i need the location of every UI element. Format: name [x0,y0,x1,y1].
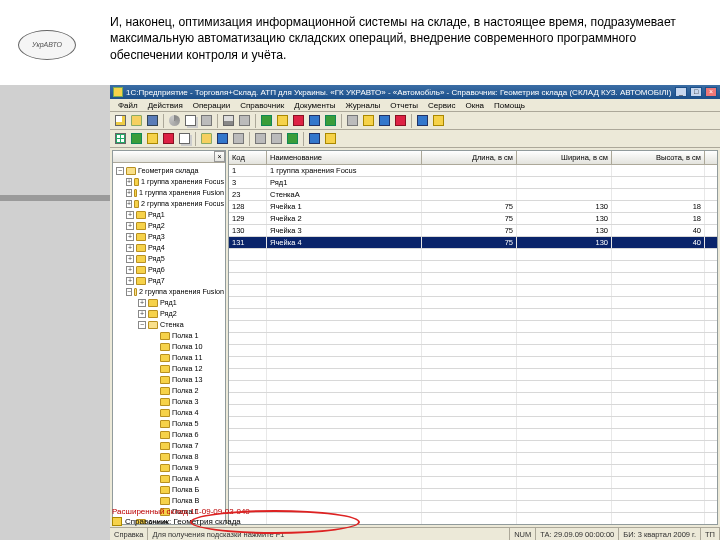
folder-icon[interactable] [199,131,214,146]
grid-body[interactable]: 11 группа хранения Focus3Ряд123СтенкаА12… [229,165,717,524]
tree-node[interactable]: Полка 2 [114,385,224,396]
table-row-empty[interactable] [229,489,717,501]
tree-node[interactable]: Полка 8 [114,451,224,462]
column-header[interactable]: Длина, в см [422,151,517,164]
menu-item[interactable]: Действия [143,99,188,111]
tree-node[interactable]: +Ряд1 [114,209,224,220]
open-icon[interactable] [129,113,144,128]
add-icon[interactable] [129,131,144,146]
table-row-empty[interactable] [229,297,717,309]
action-icon[interactable] [377,113,392,128]
action-icon[interactable] [291,113,306,128]
table-row-empty[interactable] [229,513,717,524]
tree-node[interactable]: Полка Б [114,484,224,495]
table-row-empty[interactable] [229,405,717,417]
refresh-icon[interactable] [285,131,300,146]
table-row-empty[interactable] [229,393,717,405]
table-row-empty[interactable] [229,309,717,321]
new-icon[interactable] [113,113,128,128]
menu-item[interactable]: Помощь [489,99,530,111]
tree-node[interactable]: Полка 6 [114,429,224,440]
copy-icon[interactable] [183,113,198,128]
action-icon[interactable] [259,113,274,128]
table-row[interactable]: 130Ячейка 37513040 [229,225,717,237]
menu-item[interactable]: Операции [188,99,235,111]
table-row-empty[interactable] [229,453,717,465]
table-row-empty[interactable] [229,345,717,357]
tree-node[interactable]: Полка А [114,473,224,484]
cut-icon[interactable] [167,113,182,128]
tree-close-icon[interactable]: × [214,151,225,162]
help-icon[interactable] [415,113,430,128]
paste-icon[interactable] [199,113,214,128]
table-row-empty[interactable] [229,321,717,333]
tree-node[interactable]: +Ряд7 [114,275,224,286]
menu-item[interactable]: Журналы [340,99,385,111]
tree-node[interactable]: −Геометрия склада [114,165,224,176]
table-row-empty[interactable] [229,441,717,453]
close-button[interactable]: × [705,87,717,97]
menu-item[interactable]: Сервис [423,99,460,111]
action-icon[interactable] [307,113,322,128]
tree-node[interactable]: Полка 4 [114,407,224,418]
info-icon[interactable] [307,131,322,146]
column-header[interactable]: Ширина, в см [517,151,612,164]
table-row-empty[interactable] [229,285,717,297]
tree-node[interactable]: +1 группа хранения Fusion [114,187,224,198]
tree-node[interactable]: Полка В [114,495,224,506]
table-row[interactable]: 3Ряд1 [229,177,717,189]
tree-node[interactable]: Полка 9 [114,462,224,473]
minimize-button[interactable]: _ [675,87,687,97]
delete-icon[interactable] [161,131,176,146]
table-row[interactable]: 131Ячейка 47513040 [229,237,717,249]
help2-icon[interactable] [323,131,338,146]
tree-node[interactable]: +Ряд2 [114,308,224,319]
tree-node[interactable]: +Ряд2 [114,220,224,231]
table-row-empty[interactable] [229,369,717,381]
menu-item[interactable]: Документы [289,99,340,111]
save-icon[interactable] [145,113,160,128]
tree-node[interactable]: Полка 7 [114,440,224,451]
doc-tab-label[interactable]: Справочник: Геометрия склада [125,517,241,526]
table-row[interactable]: 129Ячейка 27513018 [229,213,717,225]
column-header[interactable]: Наименование [267,151,422,164]
tree-node[interactable]: Полка 12 [114,363,224,374]
table-row-empty[interactable] [229,477,717,489]
table-row-empty[interactable] [229,249,717,261]
action-icon[interactable] [345,113,360,128]
tree-node[interactable]: +Ряд4 [114,242,224,253]
table-row[interactable]: 128Ячейка 17513018 [229,201,717,213]
menu-item[interactable]: Файл [113,99,143,111]
tree-node[interactable]: Полка 3 [114,396,224,407]
print-icon[interactable] [221,113,236,128]
table-row-empty[interactable] [229,429,717,441]
tree-node[interactable]: −2 группа хранения Fusion [114,286,224,297]
menu-item[interactable]: Окна [460,99,489,111]
tree-node[interactable]: +1 группа хранения Focus [114,176,224,187]
tree-icon[interactable] [113,131,128,146]
move-icon[interactable] [215,131,230,146]
table-row[interactable]: 11 группа хранения Focus [229,165,717,177]
action-icon[interactable] [393,113,408,128]
tree-view[interactable]: −Геометрия склада+1 группа хранения Focu… [113,163,225,524]
action-icon[interactable] [275,113,290,128]
tree-node[interactable]: −Стенка [114,319,224,330]
tree-node[interactable]: Полка 11 [114,352,224,363]
tree-node[interactable]: Полка 5 [114,418,224,429]
table-row-empty[interactable] [229,273,717,285]
tree-node[interactable]: +Ряд3 [114,231,224,242]
tree-node[interactable]: Полка 10 [114,341,224,352]
edit-icon[interactable] [145,131,160,146]
filter-icon[interactable] [269,131,284,146]
action-icon[interactable] [361,113,376,128]
help-icon[interactable] [431,113,446,128]
preview-icon[interactable] [237,113,252,128]
menu-item[interactable]: Справочник [235,99,289,111]
action-icon[interactable] [323,113,338,128]
menu-item[interactable]: Отчеты [385,99,423,111]
table-row-empty[interactable] [229,333,717,345]
sort-icon[interactable] [253,131,268,146]
table-row-empty[interactable] [229,261,717,273]
find-icon[interactable] [231,131,246,146]
tree-node[interactable]: +Ряд6 [114,264,224,275]
